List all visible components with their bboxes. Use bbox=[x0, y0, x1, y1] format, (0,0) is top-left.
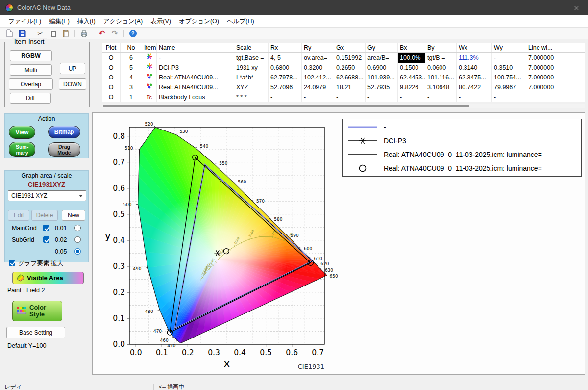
help-icon[interactable] bbox=[128, 29, 138, 38]
cell-rx[interactable]: 4, 5 bbox=[269, 53, 302, 63]
diff-button[interactable]: Diff bbox=[10, 93, 51, 104]
print-icon[interactable] bbox=[79, 29, 89, 38]
cell-rx[interactable]: 52.7096 bbox=[269, 82, 302, 92]
cell-bx[interactable]: 100.0% bbox=[398, 53, 425, 63]
cell-by[interactable]: 101.116... bbox=[425, 73, 457, 82]
col-rx[interactable]: Rx bbox=[269, 43, 302, 52]
menu-edit[interactable]: 編集(E) bbox=[45, 16, 74, 27]
table-row-5[interactable]: O5DCI-P31931 xy0.68000.32000.26500.69000… bbox=[102, 63, 585, 73]
table-row-3[interactable]: O3Real: ATNA40CU09...XYZ52.709624.097918… bbox=[102, 82, 585, 92]
multi-button[interactable]: Multi bbox=[10, 64, 52, 76]
cell-ry[interactable]: 102.412... bbox=[302, 73, 334, 82]
cell-name[interactable]: - bbox=[157, 53, 234, 63]
cell-scale[interactable]: * * * bbox=[234, 92, 269, 102]
bitmap-button[interactable]: Bitmap bbox=[48, 126, 80, 138]
cell-item[interactable] bbox=[142, 63, 157, 73]
col-by[interactable]: By bbox=[425, 43, 457, 52]
col-gx[interactable]: Gx bbox=[334, 43, 366, 52]
cell-name[interactable]: Blackbody Locus bbox=[157, 92, 234, 102]
view-button[interactable]: View bbox=[9, 126, 35, 139]
hscroll-thumb[interactable] bbox=[103, 105, 469, 107]
cell-gx[interactable]: - bbox=[334, 92, 366, 102]
down-button[interactable]: DOWN bbox=[59, 78, 86, 90]
cell-line[interactable]: 7.000000 bbox=[526, 53, 585, 63]
cell-item[interactable] bbox=[142, 82, 157, 92]
color-style-button[interactable]: Color Style bbox=[12, 301, 62, 321]
cell-name[interactable]: Real: ATNA40CU09... bbox=[157, 73, 234, 82]
cell-name[interactable]: DCI-P3 bbox=[157, 63, 234, 73]
cell-item[interactable] bbox=[142, 73, 157, 82]
cell-bx[interactable]: - bbox=[398, 92, 425, 102]
col-wx[interactable]: Wx bbox=[457, 43, 492, 52]
cell-no[interactable]: 4 bbox=[121, 73, 142, 82]
undo-icon[interactable] bbox=[97, 29, 107, 38]
cell-gy[interactable]: 0.6900 bbox=[366, 63, 398, 73]
cell-wx[interactable]: 62.3475... bbox=[457, 73, 492, 82]
cell-plot[interactable]: O bbox=[102, 63, 121, 73]
cell-ry[interactable]: ov.area= bbox=[302, 53, 334, 63]
up-button[interactable]: UP bbox=[60, 63, 85, 74]
menu-option[interactable]: オプション(O) bbox=[175, 16, 223, 27]
cell-by[interactable]: 3.10648 bbox=[425, 82, 457, 92]
copy-icon[interactable] bbox=[48, 29, 58, 38]
cell-by[interactable]: tgt/B = bbox=[425, 53, 457, 63]
col-plot[interactable]: Plot bbox=[102, 43, 121, 52]
menu-help[interactable]: ヘルプ(H) bbox=[223, 16, 258, 27]
cell-plot[interactable]: O bbox=[102, 53, 121, 63]
overlap-button[interactable]: Overlap bbox=[9, 78, 53, 90]
cell-bx[interactable]: 9.8226 bbox=[398, 82, 425, 92]
menu-insert[interactable]: 挿入(I) bbox=[74, 16, 99, 27]
cell-line[interactable]: 7.000000 bbox=[526, 63, 585, 73]
redo-icon[interactable] bbox=[110, 29, 120, 38]
minimize-button[interactable] bbox=[520, 0, 542, 15]
cell-gx[interactable]: 0.2650 bbox=[334, 63, 366, 73]
col-no[interactable]: No bbox=[121, 43, 142, 52]
col-line[interactable]: Line wi... bbox=[526, 43, 585, 52]
table-row-1[interactable]: O1TcBlackbody Locus* * *-------- bbox=[102, 92, 585, 102]
menu-file[interactable]: ファイル(F) bbox=[4, 16, 45, 27]
edit-button[interactable]: Edit bbox=[8, 210, 29, 221]
cell-gy[interactable]: 101.939... bbox=[366, 73, 398, 82]
cell-ry[interactable]: 0.3200 bbox=[302, 63, 334, 73]
graph-zoom-checkbox[interactable] bbox=[9, 260, 15, 266]
new-button[interactable]: New bbox=[62, 210, 85, 221]
col-ry[interactable]: Ry bbox=[302, 43, 334, 52]
subgrid-checkbox[interactable] bbox=[43, 236, 49, 243]
drag-mode-button[interactable]: Drag Mode bbox=[48, 142, 80, 157]
new-file-icon[interactable] bbox=[4, 29, 14, 38]
cell-gx[interactable]: 0.151992 bbox=[334, 53, 366, 63]
cell-wy[interactable]: 79.9967 bbox=[492, 82, 526, 92]
cell-wx[interactable]: 0.3140 bbox=[457, 63, 492, 73]
delete-button[interactable]: Delete bbox=[31, 210, 58, 221]
col-wy[interactable]: Wy bbox=[492, 43, 526, 52]
cell-ry[interactable]: 24.0979 bbox=[302, 82, 334, 92]
cell-scale[interactable]: 1931 xy bbox=[234, 63, 269, 73]
cell-gy[interactable]: 52.7935 bbox=[366, 82, 398, 92]
grid-001-radio[interactable] bbox=[74, 225, 81, 231]
maingrid-checkbox[interactable] bbox=[43, 225, 49, 231]
cell-bx[interactable]: 0.1500 bbox=[398, 63, 425, 73]
table-row-6[interactable]: O6-tgt,Base =4, 5ov.area=0.151992area/B=… bbox=[102, 53, 585, 63]
grid-005-radio[interactable] bbox=[74, 248, 81, 255]
cell-plot[interactable]: O bbox=[102, 92, 121, 102]
col-bx[interactable]: Bx bbox=[398, 43, 425, 52]
cell-scale[interactable]: tgt,Base = bbox=[234, 53, 269, 63]
save-icon[interactable] bbox=[17, 29, 27, 38]
col-name[interactable]: Name bbox=[157, 43, 234, 52]
menu-action[interactable]: アクション(A) bbox=[99, 16, 147, 27]
summary-button[interactable]: Sum- mary bbox=[9, 142, 35, 157]
cell-wx[interactable]: 111.3% bbox=[457, 53, 492, 63]
table-hscrollbar[interactable] bbox=[102, 104, 585, 108]
cell-wy[interactable]: - bbox=[492, 92, 526, 102]
cell-no[interactable]: 5 bbox=[121, 63, 142, 73]
cell-wx[interactable]: - bbox=[457, 92, 492, 102]
cut-icon[interactable] bbox=[35, 29, 45, 38]
rgbw-button[interactable]: RGBW bbox=[10, 50, 52, 61]
cell-rx[interactable]: 0.6800 bbox=[269, 63, 302, 73]
cell-wy[interactable]: 0.3510 bbox=[492, 63, 526, 73]
visible-area-button[interactable]: Visible Area bbox=[12, 272, 84, 284]
cell-by[interactable]: - bbox=[425, 92, 457, 102]
table-row-4[interactable]: O4Real: ATNA40CU09...L*a*b*62.7978...102… bbox=[102, 73, 585, 82]
col-scale[interactable]: Scale bbox=[234, 43, 269, 52]
cell-gy[interactable]: - bbox=[366, 92, 398, 102]
